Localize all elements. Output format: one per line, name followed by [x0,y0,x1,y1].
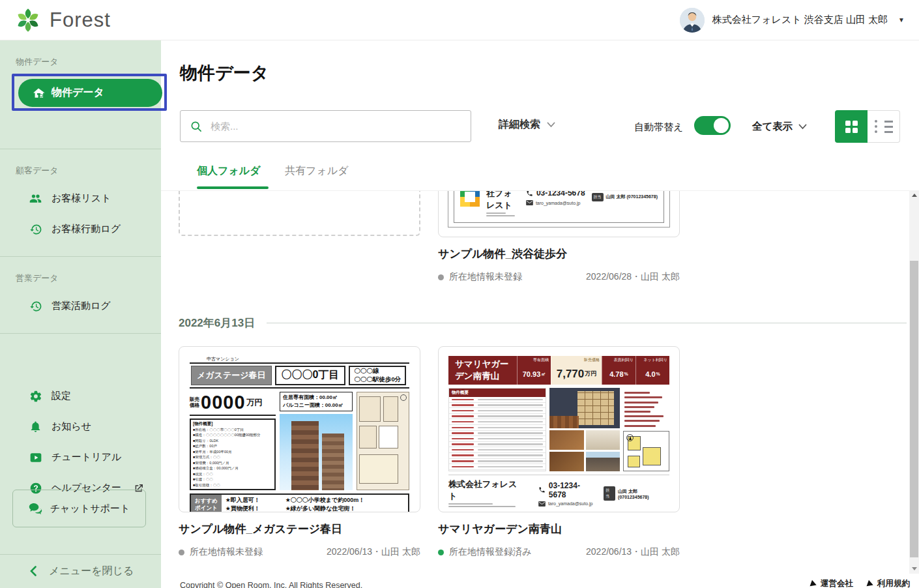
location-status-dot [179,550,184,555]
floor-plan [357,392,409,491]
flyer-area-cell: 専有面積 70.93㎡ [517,356,551,385]
advanced-search-button[interactable]: 詳細検索 [499,118,555,132]
list-view-button[interactable] [868,110,900,143]
company-link[interactable]: 運営会社 [811,578,853,588]
flyer-station: 〇〇〇線 〇〇〇駅徒歩0分 [349,366,406,385]
card-title: サマリヤガーデン南青山 [438,522,680,537]
forest-leaf-icon [13,5,43,35]
scrollbar-down-arrow[interactable] [909,564,919,574]
advanced-search-label: 詳細検索 [499,118,540,132]
spec-table-header: 物件概要 [449,389,546,397]
chevron-down-icon [547,122,555,128]
tab-active-underline [197,186,269,189]
card-caption-shibuya: サンプル物件_渋谷徒歩分 所在地情報未登録 2022/06/28・山田 太郎 [438,246,680,283]
chat-support-button[interactable]: チャットサポート [12,490,146,527]
flyer-phone: 03-1234-5678 [538,481,597,499]
sidebar: 物件データ 物件データ 顧客データ お客様リスト お客様行動ログ 営業データ 営… [0,40,161,588]
flyer-contact-name: 山田 太郎 (07012345678) [606,194,658,200]
flyer-yield-cell: 表面利回り 4.78% [602,356,635,385]
location-status-dot [438,274,444,280]
bell-icon [29,420,42,434]
contact-badge: 担当 [592,193,604,201]
card-row-june13: 中古マンション メガステージ春日 〇〇〇0丁目 〇〇〇線 〇〇〇駅徒歩0分 [161,346,909,512]
compass-icon [400,394,407,401]
flyer-company-strip: 株式会社フォレスト 03-1234-5678 taro_ [454,190,664,223]
sidebar-item-customer-list[interactable]: お客様リスト [0,183,161,214]
sidebar-section-property: 物件データ [0,56,161,68]
card-row-top: 株式会社フォレスト 03-1234-5678 taro_ [161,190,909,237]
sidebar-divider [0,256,161,257]
flyer-contact-name: 山田 太郎 (07012345678) [618,488,669,499]
flyer-overview-box: [物件概要] ■所在地：〇〇〇市〇〇〇0丁目■構造：〇〇〇〇〇〇〇〇00階建00… [190,419,276,491]
date-group-separator: 2022年6月13日 [179,316,907,331]
arrow-icon [867,580,875,587]
flyer-price: 販売価格 0000 万円 [190,392,276,416]
avatar [680,8,705,33]
property-card-samariya[interactable]: サマリヤガーデン南青山 専有面積 70.93㎡ 販売価格 7,770万円 表面利… [438,346,680,512]
chevron-down-icon [798,124,807,130]
flyer-phone: 03-1234-5678 [526,190,585,198]
scrollbar-up-arrow[interactable] [909,190,919,200]
grid-icon [845,121,858,133]
sidebar-item-customer-list-label: お客様リスト [51,192,111,205]
sidebar-item-news-label: お知らせ [51,420,91,433]
property-card-shibuya[interactable]: 株式会社フォレスト 03-1234-5678 taro_ [438,190,680,237]
account-menu[interactable]: 株式会社フォレスト 渋谷支店 山田 太郎 ▼ [680,8,919,33]
close-menu-button[interactable]: メニューを閉じる [0,558,161,584]
account-caret-icon: ▼ [898,16,905,23]
flyer-phone-number: 03-1234-5678 [536,190,585,198]
flyer-company-strip: 株式会社フォレスト 03-1234-5678 [448,475,669,508]
tab-shared-folder[interactable]: 共有フォルダ [285,164,349,178]
tab-personal-folder[interactable]: 個人フォルダ [197,164,261,178]
location-status: 所在地情報登録済み [449,546,531,558]
view-switcher [835,110,900,143]
flyer-property-name: メガステージ春日 [191,366,272,385]
flyer-phone-number: 03-1234-5678 [549,481,597,499]
show-all-dropdown[interactable]: 全て表示 [752,120,807,134]
grid-view-button[interactable] [835,110,868,143]
flyer-company-address [486,213,519,216]
sidebar-item-property-data[interactable]: 物件データ [18,79,162,107]
mail-icon [526,200,533,205]
sidebar-item-settings[interactable]: 設定 [0,381,161,411]
main-content: 物件データ 詳細検索 自動帯替え 全て表示 個人フォルダ 共有フォルダ [161,40,919,588]
card-date-owner: 2022/06/13・山田 太郎 [327,546,420,558]
flyer-price-cell: 販売価格 7,770万円 [551,356,602,385]
flyer-spec-table: 物件概要 [448,388,546,471]
people-icon [29,192,42,205]
search-input[interactable] [211,121,461,132]
auto-band-label: 自動帯替え [634,121,683,134]
chat-support-label: チャットサポート [50,503,130,515]
location-status: 所在地情報未登録 [449,271,522,283]
scrollbar-track[interactable] [909,190,919,574]
card-date-owner: 2022/06/13・山田 太郎 [586,546,680,558]
flyer-area-box: 住居専有面積：00.00㎡バルコニー面積：00.00㎡ [280,392,353,411]
card-caption-megastage: サンプル物件_メガステージ春日 所在地情報未登録 2022/06/13・山田 太… [179,512,420,558]
footer-links: 運営会社 利用規約 [811,578,910,588]
sidebar-item-customer-log-label: お客様行動ログ [51,223,121,235]
flyer-category: 中古マンション [207,356,409,362]
terms-link[interactable]: 利用規約 [868,578,910,588]
location-status-dot [438,550,444,555]
sidebar-item-tutorial[interactable]: チュートリアル [0,442,161,473]
phone-icon [526,190,533,197]
video-tutorial-icon [29,450,42,464]
sidebar-item-customer-log[interactable]: お客様行動ログ [0,214,161,244]
flyer-feature-bullets [623,388,669,430]
card-caption-samariya: サマリヤガーデン南青山 所在地情報登録済み 2022/06/13・山田 太郎 [438,512,680,558]
empty-dropzone[interactable] [179,190,420,236]
copyright-text: Copyright © Open Room, Inc. All Rights R… [180,581,362,588]
sidebar-item-news[interactable]: お知らせ [0,411,161,442]
sidebar-divider [0,554,161,555]
flyer-recommend-box: おすすめポイント ★即入居可！★〇〇〇小学校まで約000m！ ★買物便利！★緑が… [190,493,409,512]
flyer-company-address [448,503,525,507]
flyer-email: taro_yamada@suto.jp [536,201,581,205]
property-card-megastage[interactable]: 中古マンション メガステージ春日 〇〇〇0丁目 〇〇〇線 〇〇〇駅徒歩0分 [179,346,420,512]
scrollbar-thumb[interactable] [910,261,918,557]
sidebar-item-sales-log-label: 営業活動ログ [51,300,111,312]
card-scroll-area: 株式会社フォレスト 03-1234-5678 taro_ [161,190,909,574]
show-all-label: 全て表示 [752,120,793,134]
sidebar-item-sales-log[interactable]: 営業活動ログ [0,291,161,321]
history-icon [29,299,42,313]
auto-band-toggle[interactable] [694,116,731,135]
